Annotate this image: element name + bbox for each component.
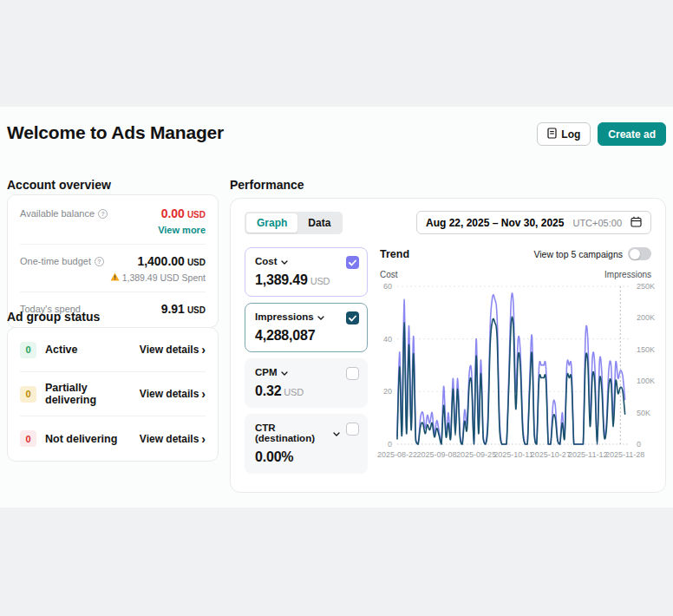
partial-label: Partially delivering xyxy=(45,382,140,406)
view-details-active-link[interactable]: View details› xyxy=(140,344,206,356)
log-button-label: Log xyxy=(561,128,580,141)
trend-chart-section: Trend View top 5 campaigns Cost Impressi… xyxy=(380,247,651,474)
svg-text:2025-10-27: 2025-10-27 xyxy=(531,450,571,459)
date-range-picker[interactable]: Aug 22, 2025 – Nov 30, 2025 UTC+05:00 xyxy=(416,211,651,234)
chevron-down-icon[interactable] xyxy=(281,367,288,377)
performance-heading: Performance xyxy=(230,178,304,192)
partial-count-badge: 0 xyxy=(20,386,36,403)
chevron-right-icon: › xyxy=(201,433,206,445)
svg-text:40: 40 xyxy=(383,335,392,344)
ad-group-status-card: 0 Active View details› 0 Partially deliv… xyxy=(7,327,219,462)
svg-text:0: 0 xyxy=(637,440,641,449)
spent-note: 1,389.49 USD Spent xyxy=(122,272,206,283)
cost-unit: USD xyxy=(310,276,330,286)
graph-data-toggle: Graph Data xyxy=(245,212,343,234)
available-balance-value: 0.00 xyxy=(161,206,185,220)
not-delivering-count-badge: 0 xyxy=(20,430,36,447)
status-row-not-delivering: 0 Not delivering View details› xyxy=(20,416,206,461)
status-row-active: 0 Active View details› xyxy=(20,328,206,372)
one-time-budget-row: One-time budget ? 1,400.00USD 1,389.49 U… xyxy=(20,245,206,292)
right-axis-title: Impressions xyxy=(604,270,651,279)
available-balance-currency: USD xyxy=(187,210,206,220)
cpm-value: 0.32 xyxy=(255,383,281,398)
trend-title: Trend xyxy=(380,248,409,260)
account-overview-card: Available balance ? 0.00USD View more On… xyxy=(7,194,219,328)
view-top-campaigns-label: View top 5 campaigns xyxy=(533,249,623,259)
metric-card-ctr[interactable]: CTR (destination) 0.00% xyxy=(245,414,368,474)
available-balance-row: Available balance ? 0.00USD View more xyxy=(20,197,206,245)
available-balance-label: Available balance xyxy=(20,208,95,219)
svg-text:0: 0 xyxy=(388,440,392,449)
svg-text:2025-08-22: 2025-08-22 xyxy=(377,450,417,459)
svg-text:2025-10-11: 2025-10-11 xyxy=(493,450,533,459)
svg-text:60: 60 xyxy=(383,282,392,291)
performance-card: Graph Data Aug 22, 2025 – Nov 30, 2025 U… xyxy=(230,198,666,493)
ctr-checkbox[interactable] xyxy=(346,423,359,436)
svg-text:2025-09-08: 2025-09-08 xyxy=(417,450,457,459)
svg-text:2025-11-12: 2025-11-12 xyxy=(568,450,607,459)
metric-card-cpm[interactable]: CPM 0.32USD xyxy=(245,358,368,408)
svg-text:250K: 250K xyxy=(637,282,655,291)
one-time-budget-currency: USD xyxy=(187,258,206,267)
metric-card-impressions[interactable]: Impressions 4,288,087 xyxy=(245,303,368,352)
calendar-icon xyxy=(631,216,642,230)
view-top-campaigns-toggle[interactable] xyxy=(628,247,651,260)
svg-text:100K: 100K xyxy=(637,377,655,385)
view-details-partial-link[interactable]: View details› xyxy=(140,388,206,400)
left-axis-title: Cost xyxy=(380,270,398,279)
date-range-value: Aug 22, 2025 – Nov 30, 2025 xyxy=(426,217,564,229)
svg-text:150K: 150K xyxy=(637,345,655,354)
cpm-unit: USD xyxy=(284,387,304,397)
document-icon xyxy=(547,128,557,141)
warning-icon xyxy=(110,272,120,283)
impressions-value: 4,288,087 xyxy=(255,328,315,343)
active-label: Active xyxy=(45,344,140,356)
todays-spend-currency: USD xyxy=(187,305,206,315)
cost-value: 1,389.49 xyxy=(255,272,308,287)
ad-group-status-heading: Ad group status xyxy=(7,310,100,324)
active-count-badge: 0 xyxy=(20,342,36,358)
tab-data[interactable]: Data xyxy=(297,213,341,233)
impressions-checkbox[interactable] xyxy=(346,311,359,324)
page-title: Welcome to Ads Manager xyxy=(7,122,224,143)
ctr-value: 0.00% xyxy=(255,449,293,464)
chevron-right-icon: › xyxy=(201,344,206,356)
chevron-down-icon[interactable] xyxy=(333,428,340,438)
todays-spend-value: 9.91 xyxy=(161,302,185,316)
svg-text:50K: 50K xyxy=(637,409,650,417)
svg-text:2025-09-25: 2025-09-25 xyxy=(456,450,496,459)
tab-graph[interactable]: Graph xyxy=(246,213,297,233)
trend-chart: 0204060050K100K150K200K250K2025-08-22202… xyxy=(380,281,651,462)
svg-text:20: 20 xyxy=(383,387,392,396)
metric-card-cost[interactable]: Cost 1,389.49USD xyxy=(245,247,368,297)
one-time-budget-label: One-time budget xyxy=(20,256,91,266)
header-actions: Log Create ad xyxy=(537,122,666,146)
chevron-right-icon: › xyxy=(201,388,206,400)
chevron-down-icon[interactable] xyxy=(317,311,324,322)
cost-checkbox[interactable] xyxy=(346,256,359,269)
create-ad-button[interactable]: Create ad xyxy=(598,122,666,146)
not-delivering-label: Not delivering xyxy=(45,433,140,445)
chevron-down-icon[interactable] xyxy=(281,256,288,266)
cpm-checkbox[interactable] xyxy=(346,367,359,380)
svg-text:200K: 200K xyxy=(637,313,655,322)
info-icon[interactable]: ? xyxy=(95,257,104,266)
status-row-partial: 0 Partially delivering View details› xyxy=(20,372,206,416)
view-details-not-delivering-link[interactable]: View details› xyxy=(140,433,206,445)
account-overview-heading: Account overview xyxy=(7,178,111,192)
one-time-budget-value: 1,400.00 xyxy=(137,254,185,268)
log-button[interactable]: Log xyxy=(537,122,591,146)
metric-cards: Cost 1,389.49USD Impressions 4,288,087 C… xyxy=(245,247,368,474)
svg-text:2025-11-28: 2025-11-28 xyxy=(605,450,644,459)
view-more-link[interactable]: View more xyxy=(158,225,206,235)
info-icon[interactable]: ? xyxy=(98,209,108,219)
timezone-value: UTC+05:00 xyxy=(572,218,622,228)
